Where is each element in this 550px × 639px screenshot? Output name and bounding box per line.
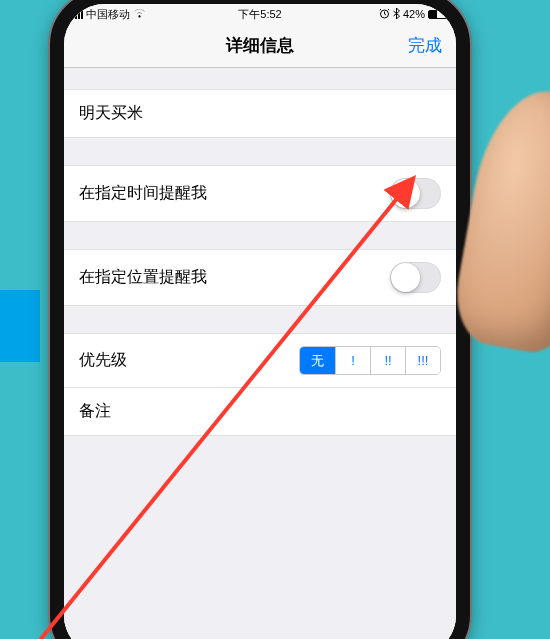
content: 明天买米 在指定时间提醒我 在指定位置提醒我 优先级 bbox=[64, 68, 456, 639]
priority-opt-low[interactable]: ! bbox=[335, 347, 370, 374]
reminder-title: 明天买米 bbox=[79, 103, 441, 124]
remind-location-toggle[interactable] bbox=[390, 262, 441, 293]
priority-opt-high[interactable]: !!! bbox=[405, 347, 440, 374]
remind-location-row: 在指定位置提醒我 bbox=[64, 250, 456, 306]
external-blue-tab bbox=[0, 290, 40, 362]
reminder-title-row[interactable]: 明天买米 bbox=[64, 90, 456, 138]
remind-location-label: 在指定位置提醒我 bbox=[79, 267, 390, 288]
remind-time-toggle[interactable] bbox=[390, 178, 441, 209]
battery-icon bbox=[428, 10, 448, 19]
clock: 下午5:52 bbox=[64, 7, 456, 22]
done-button[interactable]: 完成 bbox=[408, 34, 442, 57]
screen: 中国移动 下午5:52 42% 详细信息 完成 bbox=[64, 4, 456, 639]
priority-label: 优先级 bbox=[79, 350, 299, 371]
status-bar: 中国移动 下午5:52 42% bbox=[64, 4, 456, 24]
remind-time-row: 在指定时间提醒我 bbox=[64, 166, 456, 222]
notes-label: 备注 bbox=[79, 401, 441, 422]
phone-frame: 中国移动 下午5:52 42% 详细信息 完成 bbox=[50, 0, 470, 639]
page-title: 详细信息 bbox=[226, 34, 294, 57]
navbar: 详细信息 完成 bbox=[64, 24, 456, 68]
priority-opt-none[interactable]: 无 bbox=[300, 347, 335, 374]
remind-time-label: 在指定时间提醒我 bbox=[79, 183, 390, 204]
priority-segmented[interactable]: 无 ! !! !!! bbox=[299, 346, 441, 375]
priority-opt-medium[interactable]: !! bbox=[370, 347, 405, 374]
notes-row[interactable]: 备注 bbox=[64, 388, 456, 436]
priority-row: 优先级 无 ! !! !!! bbox=[64, 334, 456, 388]
